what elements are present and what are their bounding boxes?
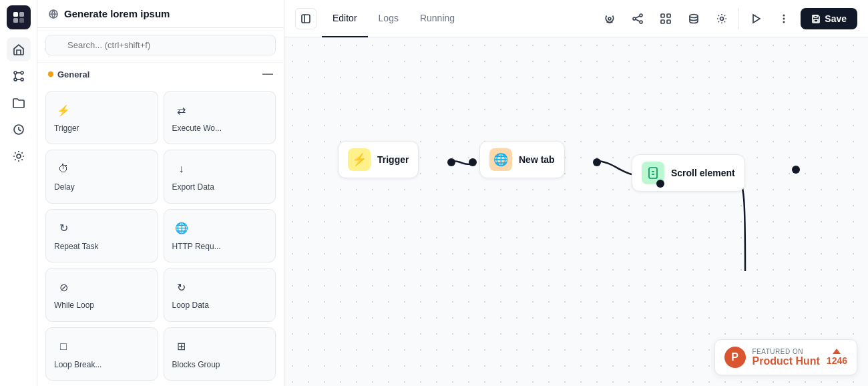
svg-rect-3 xyxy=(19,18,24,23)
block-label-while-loop: While Loop xyxy=(54,301,94,310)
svg-rect-34 xyxy=(649,168,657,178)
save-icon xyxy=(811,14,821,23)
block-item-delay[interactable]: ⏱ Delay xyxy=(45,150,158,203)
trigger-node-icon: ⚡ xyxy=(348,148,371,171)
svg-rect-23 xyxy=(667,14,670,17)
block-label-loop-break: Loop Break... xyxy=(54,360,101,369)
block-icon-http-request: 🌐 xyxy=(172,219,191,238)
run-btn[interactable] xyxy=(744,7,767,30)
block-icon-trigger: ⚡ xyxy=(54,101,73,120)
save-label: Save xyxy=(825,13,847,24)
block-icon-delay: ⏱ xyxy=(54,160,73,178)
block-item-while-loop[interactable]: ⊘ While Loop xyxy=(45,268,158,321)
block-item-blocks-group[interactable]: ⊞ Blocks Group xyxy=(164,327,276,381)
svg-rect-32 xyxy=(814,19,818,22)
workflow-canvas[interactable]: ⚡ Trigger 🌐 New tab Scroll element xyxy=(284,37,868,386)
block-icon-while-loop: ⊘ xyxy=(54,278,73,297)
block-item-export-data[interactable]: ↓ Export Data xyxy=(164,150,276,203)
settings-nav-icon[interactable] xyxy=(7,144,31,168)
svg-rect-0 xyxy=(13,12,18,17)
sidebar-toggle-btn[interactable] xyxy=(295,8,316,29)
share-icon-btn[interactable] xyxy=(626,7,649,30)
svg-rect-24 xyxy=(661,20,664,23)
svg-line-21 xyxy=(636,16,640,18)
svg-point-17 xyxy=(640,14,642,17)
ph-count-value: 1246 xyxy=(827,355,847,366)
ph-logo-icon: P xyxy=(724,347,746,368)
svg-point-26 xyxy=(690,14,698,17)
svg-point-7 xyxy=(21,78,23,81)
trigger-output-dot xyxy=(447,158,455,166)
svg-rect-25 xyxy=(667,20,670,23)
block-icon-loop-data: ↻ xyxy=(172,278,191,297)
tabs: EditorLogsRunning xyxy=(322,0,465,37)
svg-point-5 xyxy=(21,71,23,74)
svg-point-31 xyxy=(783,21,785,23)
ph-platform-label: Product Hunt xyxy=(752,355,820,367)
svg-rect-1 xyxy=(19,12,24,17)
history-nav-icon[interactable] xyxy=(7,118,31,142)
trigger-node[interactable]: ⚡ Trigger xyxy=(338,141,419,178)
home-nav-icon[interactable] xyxy=(7,37,31,61)
folder-nav-icon[interactable] xyxy=(7,91,31,115)
svg-point-12 xyxy=(17,154,21,158)
newtab-input-dot xyxy=(469,158,477,166)
globe-icon xyxy=(48,9,59,19)
block-icon-execute-workflow: ⇄ xyxy=(172,101,191,120)
block-item-trigger[interactable]: ⚡ Trigger xyxy=(45,91,158,144)
block-icon-loop-break: □ xyxy=(54,337,73,356)
search-box: 🔍 xyxy=(37,28,284,63)
save-button[interactable]: Save xyxy=(801,8,857,29)
block-item-loop-data[interactable]: ↻ Loop Data xyxy=(164,268,276,321)
icon-sidebar xyxy=(0,0,37,386)
divider xyxy=(738,8,739,29)
block-item-repeat-task[interactable]: ↻ Repeat Task xyxy=(45,209,158,262)
newtab-node[interactable]: 🌐 New tab xyxy=(479,141,565,178)
block-label-loop-data: Loop Data xyxy=(172,301,209,310)
scroll-node-label: Scroll element xyxy=(671,168,735,178)
blocks-grid: ⚡ Trigger ⇄ Execute Wo... ⏱ Delay ↓ Expo… xyxy=(37,85,284,386)
ph-triangle-icon xyxy=(833,349,841,354)
block-item-execute-workflow[interactable]: ⇄ Execute Wo... xyxy=(164,91,276,144)
database-icon-btn[interactable] xyxy=(682,7,705,30)
block-item-loop-break[interactable]: □ Loop Break... xyxy=(45,327,158,381)
antenna-icon-btn[interactable] xyxy=(598,7,621,30)
tab-editor[interactable]: Editor xyxy=(322,0,368,37)
section-header: General — xyxy=(37,63,284,85)
block-label-export-data: Export Data xyxy=(172,182,214,192)
top-bar: EditorLogsRunning xyxy=(284,0,868,37)
search-input[interactable] xyxy=(45,35,276,55)
svg-marker-28 xyxy=(753,15,760,23)
gear-icon-btn[interactable] xyxy=(710,7,733,30)
scroll-node[interactable]: Scroll element xyxy=(632,154,745,192)
ph-count: 1246 xyxy=(827,349,847,366)
more-options-btn[interactable] xyxy=(773,7,795,30)
tab-logs[interactable]: Logs xyxy=(368,0,409,37)
newtab-node-label: New tab xyxy=(519,154,555,165)
svg-point-30 xyxy=(783,17,785,19)
blocks-panel: Generate lorem ipsum 🔍 General — ⚡ Trigg… xyxy=(37,0,284,386)
block-label-http-request: HTTP Requ... xyxy=(172,242,221,251)
block-label-delay: Delay xyxy=(54,182,75,192)
svg-rect-2 xyxy=(13,18,18,23)
grid-icon-btn[interactable] xyxy=(654,7,677,30)
ph-featured-label: FEATURED ON xyxy=(752,348,820,355)
workflow-title: Generate lorem ipsum xyxy=(64,8,170,19)
product-hunt-badge[interactable]: P FEATURED ON Product Hunt 1246 xyxy=(714,339,857,375)
newtab-node-icon: 🌐 xyxy=(489,148,512,171)
block-icon-export-data: ↓ xyxy=(172,160,191,178)
svg-rect-22 xyxy=(661,14,664,17)
newtab-output-dot xyxy=(593,158,601,166)
section-collapse-btn[interactable]: — xyxy=(262,68,273,80)
block-item-http-request[interactable]: 🌐 HTTP Requ... xyxy=(164,209,276,262)
workflows-nav-icon[interactable] xyxy=(7,64,31,88)
flow-connections-svg xyxy=(284,37,868,386)
tab-running[interactable]: Running xyxy=(409,0,465,37)
svg-point-16 xyxy=(608,17,611,20)
app-logo[interactable] xyxy=(7,5,31,29)
section-label: General xyxy=(57,69,89,79)
section-left: General xyxy=(48,69,89,79)
svg-point-6 xyxy=(14,78,17,81)
svg-point-18 xyxy=(633,17,636,20)
top-bar-actions: Save xyxy=(598,7,857,30)
